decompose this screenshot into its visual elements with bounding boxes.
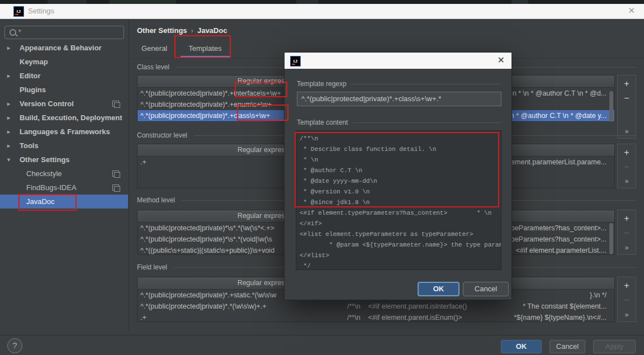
dialog-cancel-button[interactable]: Cancel	[463, 282, 509, 296]
dialog-titlebar: IJ ✕	[285, 53, 512, 69]
breadcrumb-current: JavaDoc	[197, 26, 227, 35]
shared-settings-icon	[112, 171, 119, 177]
help-button[interactable]: ?	[7, 338, 22, 353]
row-regex: .+	[138, 312, 146, 323]
sidebar-item-appearance-behavior[interactable]: ▸Appearance & Behavior	[0, 41, 128, 55]
more-actions-button[interactable]: »	[618, 242, 636, 254]
dialog-close-button[interactable]: ✕	[498, 55, 505, 65]
row-template: element.parameterList.parame...	[505, 157, 614, 168]
tree-expand-icon[interactable]: ▸	[0, 111, 20, 125]
intellij-logo-icon: IJ	[290, 56, 301, 67]
template-content-line: /**\n	[296, 134, 501, 144]
apply-button[interactable]: Apply	[593, 340, 636, 353]
remove-template-button[interactable]: −	[618, 161, 636, 176]
row-template: n * \n * @author C.T \n * @d...	[513, 88, 614, 99]
template-content-line: * \n	[296, 155, 501, 165]
row-template: ypeParameters?has_content>...	[507, 223, 614, 234]
row-regex: ^.*(public|protected|private)*\s*.*(\w(\…	[138, 223, 274, 234]
table-actions-panel: +−»	[617, 277, 636, 322]
template-content-line: </#list>	[296, 250, 501, 261]
template-content-section: Template content	[297, 119, 501, 126]
row-template-mid: /**\n <#if element.parent.isEnum()>	[347, 312, 462, 323]
sidebar-item-label: Build, Execution, Deployment	[20, 111, 122, 125]
settings-search-input[interactable]: ▾	[4, 26, 124, 39]
more-actions-button[interactable]: »	[618, 176, 636, 188]
sidebar-item-label: Other Settings	[20, 153, 70, 167]
search-history-chevron-icon[interactable]: ▾	[18, 28, 21, 34]
sidebar-item-label: Languages & Frameworks	[20, 125, 110, 139]
row-template: *${name} ${typeName}.\n<#...	[514, 312, 614, 323]
sidebar-item-label: Checkstyle	[26, 167, 62, 181]
remove-template-button[interactable]: −	[618, 294, 636, 309]
add-template-button[interactable]: +	[618, 75, 636, 92]
sidebar-item-javadoc[interactable]: JavaDoc	[0, 195, 128, 209]
sidebar-item-findbugs-idea[interactable]: FindBugs-IDEA	[0, 181, 128, 195]
sidebar-item-label: Plugins	[20, 83, 46, 97]
tree-collapse-icon[interactable]: ▾	[0, 153, 20, 167]
tree-expand-icon[interactable]: ▸	[0, 125, 20, 139]
row-template: peParameters?has_content>...	[511, 234, 614, 245]
row-template-mid: /**\n <#if element.parent.isInterface()	[347, 301, 467, 312]
template-content-line: </#if>	[296, 219, 501, 229]
more-actions-button[interactable]: »	[618, 126, 636, 138]
add-template-button[interactable]: +	[618, 277, 636, 294]
template-content-label: Template content	[297, 119, 348, 126]
window-close-button[interactable]: ✕	[628, 6, 635, 16]
sidebar-item-plugins[interactable]: Plugins	[0, 83, 128, 97]
tree-expand-icon[interactable]: ▸	[0, 69, 20, 83]
row-regex: ^.*(public|protected|private)*.+enum\s+\…	[138, 99, 272, 110]
section-title: Constructor level	[137, 131, 187, 139]
cancel-button[interactable]: Cancel	[550, 340, 585, 353]
sidebar-item-label: Version Control	[20, 97, 74, 111]
section-divider	[351, 84, 501, 84]
row-regex: ^.*(public|protected|private)*.+interfac…	[138, 88, 281, 99]
sidebar-item-languages-frameworks[interactable]: ▸Languages & Frameworks	[0, 125, 128, 139]
row-regex: ^.*(public|protected|private)*\s*.*(void…	[138, 234, 272, 245]
settings-sidebar: ▾ ▸Appearance & BehaviorKeymap▸EditorPlu…	[0, 19, 129, 331]
sidebar-item-editor[interactable]: ▸Editor	[0, 69, 128, 83]
section-title: Class level	[137, 63, 169, 71]
table-row[interactable]: ^.*(public|protected|private)*.*(\w\s\w)…	[138, 301, 614, 312]
sidebar-item-version-control[interactable]: ▸Version Control	[0, 97, 128, 111]
sidebar-item-tools[interactable]: ▸Tools	[0, 139, 128, 153]
row-template: <#if element.parameterList....	[516, 245, 614, 256]
tree-expand-icon[interactable]: ▸	[0, 41, 20, 55]
shared-settings-icon	[112, 101, 119, 107]
background-app-fragment	[48, 0, 87, 4]
add-template-button[interactable]: +	[618, 144, 636, 161]
template-content-line: <#if element.typeParameters?has_content>…	[296, 208, 501, 219]
row-template: * The constant ${element...	[523, 301, 614, 312]
titlebar: IJ Settings ✕	[0, 4, 644, 19]
breadcrumb-parent[interactable]: Other Settings	[137, 26, 187, 35]
row-regex: .+	[138, 157, 146, 168]
tree-expand-icon[interactable]: ▸	[0, 97, 20, 111]
sidebar-item-label: FindBugs-IDEA	[26, 181, 77, 195]
template-regexp-input[interactable]: ^.*(public|protected|private)*.+class\s+…	[297, 92, 501, 106]
template-content-editor[interactable]: /**\n * Describe class function detail. …	[296, 130, 501, 270]
template-content-line: * @version v1.0 \n	[296, 187, 501, 197]
add-template-button[interactable]: +	[618, 210, 636, 227]
remove-template-button[interactable]: −	[618, 227, 636, 242]
template-content-line: <#list element.typeParameters as typePar…	[296, 229, 501, 240]
breadcrumb-separator-icon: ›	[187, 26, 197, 35]
template-content-line: * Describe class function detail. \n	[296, 144, 501, 155]
table-scrollbar-thumb[interactable]	[609, 223, 613, 254]
tree-expand-icon[interactable]: ▸	[0, 139, 20, 153]
template-regexp-section: Template regexp	[297, 80, 501, 88]
tab-general[interactable]: General	[138, 42, 171, 55]
sidebar-item-build-execution-deployment[interactable]: ▸Build, Execution, Deployment	[0, 111, 128, 125]
remove-template-button[interactable]: −	[618, 92, 636, 107]
sidebar-item-checkstyle[interactable]: Checkstyle	[0, 167, 128, 181]
ok-button[interactable]: OK	[501, 340, 542, 353]
sidebar-tree: ▸Appearance & BehaviorKeymap▸EditorPlugi…	[0, 41, 128, 209]
tab-templates[interactable]: Templates	[185, 42, 225, 55]
table-row[interactable]: .+/**\n <#if element.parent.isEnum()>*${…	[138, 312, 614, 323]
section-divider	[352, 122, 501, 123]
row-regex: ^.*(public|protected|private)*.*(\w\s\w)…	[138, 301, 267, 312]
dialog-ok-button[interactable]: OK	[418, 282, 460, 296]
sidebar-item-keymap[interactable]: Keymap	[0, 55, 128, 69]
table-scrollbar-thumb[interactable]	[609, 91, 613, 122]
row-regex: ^.*(public|protected|private)*.+class\s+…	[138, 110, 270, 121]
more-actions-button[interactable]: »	[618, 309, 636, 321]
sidebar-item-other-settings[interactable]: ▾Other Settings	[0, 153, 128, 167]
